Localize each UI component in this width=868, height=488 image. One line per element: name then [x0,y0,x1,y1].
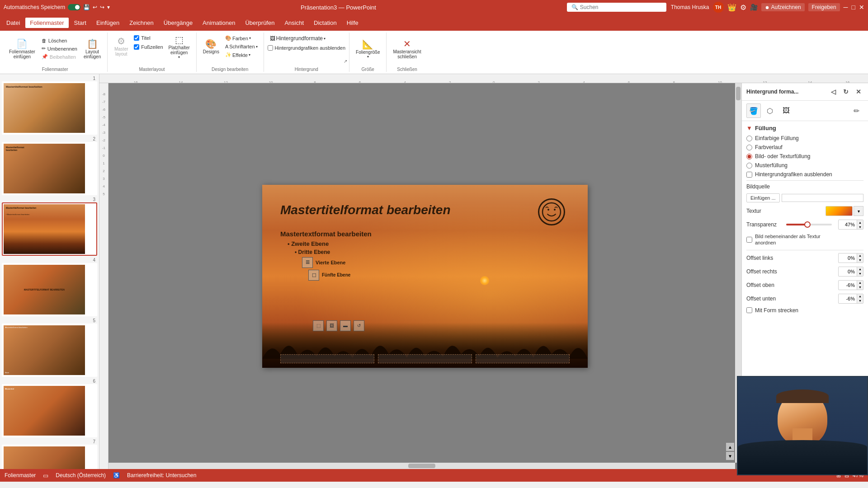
status-accessibility: Barrierefreiheit: Untersuchen [127,472,196,479]
radio-musterfuellung[interactable]: Musterfüllung [746,162,863,169]
cb-mit-form[interactable]: Mit Form strecken [746,307,863,314]
masteransicht-schliessen-btn[interactable]: ✕ Masteransichtschließen [390,35,424,62]
offset-rechts-up[interactable]: ▲ [857,267,863,272]
panel-extra-icon[interactable]: ✏ [849,103,863,118]
umbenennen-btn[interactable]: ✏ Umbenennen [39,45,80,52]
radio-einfarbig[interactable]: Einfarbige Füllung [746,135,863,141]
farben-btn[interactable]: 🎨 Farben ▾ [223,34,260,42]
panel-back-btn[interactable]: ◁ [828,87,838,97]
transparenz-value[interactable] [839,221,857,228]
save-icon[interactable]: 💾 [83,4,90,10]
slide-canvas-area[interactable]: Mastertitelformat bearbeiten [108,83,741,469]
loeschen-btn[interactable]: 🗑 Löschen [39,37,80,44]
effekte-btn[interactable]: ✨ Effekte ▾ [223,51,260,59]
slide-thumb-5[interactable]: 5 Mastertitelformat bearbeiten Master [2,318,97,377]
bildquelle-input[interactable] [782,194,863,202]
offset-unten-up[interactable]: ▲ [857,294,863,299]
spin-up[interactable]: ▲ [857,220,863,225]
menu-start[interactable]: Start [70,18,91,28]
platzhalter-einfuegen-btn[interactable]: ⬚ Platzhaltereinfügen ▾ [166,33,193,61]
scrollbar-thumb-h[interactable] [408,464,435,468]
textur-dropdown-btn[interactable]: ▾ [854,206,863,216]
menu-einfuegen[interactable]: Einfügen [92,18,124,28]
slide-thumb-6[interactable]: 6 Mastertitel [2,379,97,437]
settings-icon[interactable]: ⚙ [740,3,746,12]
cb-hintergrundgrafiken[interactable]: Hintergrundgrafiken ausblenden [268,44,346,52]
close-btn[interactable]: ✕ [859,4,864,11]
hintergrund-expand[interactable]: ↗ [344,59,347,64]
schriftarten-btn[interactable]: A Schriftarten ▾ [223,43,260,50]
menu-dictation[interactable]: Dictation [309,18,341,28]
cb-titel[interactable]: Titel [134,34,163,42]
offset-unten-down[interactable]: ▼ [857,299,863,303]
page-up-btn[interactable]: ▲ [726,443,734,451]
slide-thumb-2[interactable]: 2 Mastertitelformatbearbeiten [2,136,97,195]
menu-ueberpruefen[interactable]: Überprüfen [241,18,279,28]
masterlayout-btn[interactable]: ⚙ Masterlayout [111,33,131,60]
undo-icon[interactable]: ↩ [93,4,97,10]
maximize-btn[interactable]: □ [852,4,855,11]
search-box[interactable]: 🔍 [567,3,666,12]
bullet5-row: ⬚ Fünfte Ebene [308,270,372,281]
panel-close-btn[interactable]: ✕ [854,87,863,97]
panel-tab-image[interactable]: 🖼 [779,103,793,118]
menu-folienmaster[interactable]: Folienmaster [25,18,68,28]
menu-hilfe[interactable]: Hilfe [342,18,363,28]
transparenz-thumb[interactable] [804,221,811,228]
transparenz-slider[interactable] [786,224,832,225]
masterlayout-icon: ⚙ [117,36,125,47]
scrollbar-thumb-v[interactable] [736,87,741,100]
einfuegen-btn[interactable]: Einfügen ... [746,193,780,202]
foliengroesse-btn[interactable]: 📐 Foliengröße ▾ [353,35,382,62]
titlebar: Automatisches Speichern 💾 ↩ ↪ ▾ Präsenta… [0,0,868,14]
record-btn[interactable]: ⏺ Aufzeichnen [761,3,805,11]
autosave-toggle[interactable] [68,4,80,10]
textur-swatch[interactable] [826,206,853,216]
minimize-btn[interactable]: ─ [844,4,848,11]
panel-refresh-btn[interactable]: ↻ [841,87,851,97]
slide-thumb-3[interactable]: 3 Mastertitelformat bearbeiten • Mastert… [2,197,97,256]
offset-links-value[interactable] [839,254,857,262]
spin-down[interactable]: ▼ [857,225,863,229]
camera-icon[interactable]: 🎥 [750,4,758,11]
menu-datei[interactable]: Datei [2,18,24,28]
horizontal-scrollbar[interactable] [108,463,735,469]
ribbon-group-folienmaster: 📄 Folienmastereinfügen 🗑 Löschen ✏ Umben… [3,33,108,72]
menu-uebergaenge[interactable]: Übergänge [159,18,197,28]
search-input[interactable] [580,4,662,10]
hintergrundformate-btn[interactable]: 🖼 Hintergrundformate ▾ [268,34,328,42]
beibehalten-btn[interactable]: 📌 Beibehalten [39,53,80,61]
redo-icon[interactable]: ↪ [100,4,104,10]
offset-rechts-value[interactable] [839,268,857,275]
menu-animationen[interactable]: Animationen [198,18,240,28]
user-avatar[interactable]: TH [713,2,724,13]
share-btn[interactable]: Freigeben [808,3,840,11]
more-icon[interactable]: ▾ [107,4,110,10]
page-down-btn[interactable]: ▼ [726,452,734,460]
layout-einfuegen-btn[interactable]: 📋 Layouteinfügen [81,35,104,62]
panel-tab-shape[interactable]: ⬡ [763,103,777,118]
menu-ansicht[interactable]: Ansicht [280,18,308,28]
cb-fusszeilen[interactable]: Fußzeilen [134,43,163,51]
menu-zeichnen[interactable]: Zeichnen [125,18,158,28]
slide-thumb-4[interactable]: 4 MASTERTITELFORMAT BEARBEITEN [2,258,97,316]
offset-oben-value[interactable] [839,282,857,289]
folienmaster-einfuegen-btn[interactable]: 📄 Folienmastereinfügen [6,35,38,62]
offset-oben-down[interactable]: ▼ [857,285,863,290]
cb-hintergrundgrafiken-panel[interactable]: Hintergrundgrafiken ausblenden [746,171,863,178]
slide-thumb-1[interactable]: 1 Mastertitelformat bearbeiten [2,76,97,135]
fuellung-header[interactable]: ▼ Füllung [746,125,863,131]
offset-rechts-down[interactable]: ▼ [857,272,863,276]
offset-unten-value[interactable] [839,295,857,302]
cb-bild-nebeneinander[interactable]: Bild nebeneinander als Texturanordnen [746,233,863,246]
slide-icons-row: ⬚ 🖼 ▬ ↺ [313,320,364,331]
offset-links-up[interactable]: ▲ [857,253,863,258]
slide-thumb-7[interactable]: 7 [2,439,97,469]
offset-links-down[interactable]: ▼ [857,258,863,263]
offset-links-input: ▲ ▼ [838,253,863,263]
panel-tab-fill[interactable]: 🪣 [746,103,761,118]
radio-farbverlauf[interactable]: Farbverlauf [746,144,863,150]
designs-btn[interactable]: 🎨 Designs [200,33,222,60]
radio-bild-textur[interactable]: Bild- oder Texturfüllung [746,153,863,160]
offset-oben-up[interactable]: ▲ [857,281,863,285]
